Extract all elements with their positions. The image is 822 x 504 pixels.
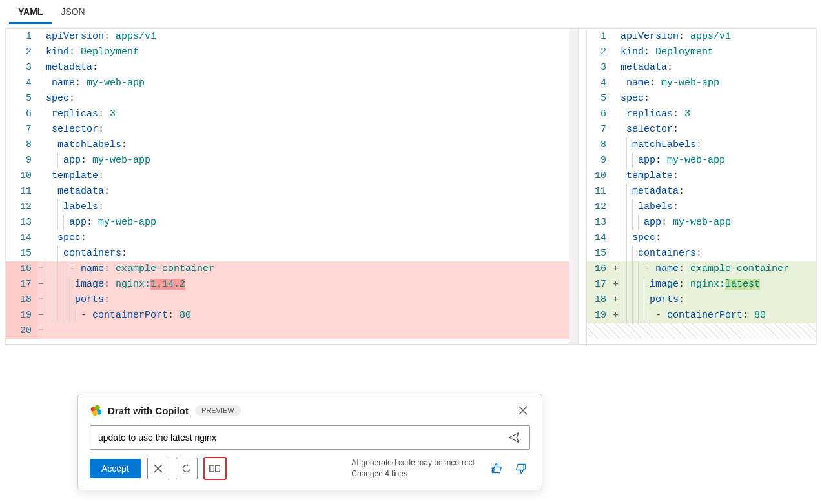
code-line[interactable]: 4name: my-web-app [587, 76, 816, 91]
ai-disclaimer: AI-generated code may be incorrect [351, 458, 475, 469]
code-content: replicas: 3 [52, 106, 116, 122]
diff-sign [613, 122, 621, 137]
copilot-prompt-input[interactable] [97, 432, 505, 443]
code-content: image: nginx:latest [650, 277, 760, 292]
code-line[interactable]: 6replicas: 3 [6, 106, 578, 122]
code-line[interactable]: 12labels: [587, 199, 816, 215]
code-line[interactable]: 13app: my-web-app [6, 215, 578, 230]
diff-sign [613, 106, 621, 122]
diff-sign [38, 76, 46, 91]
code-line[interactable]: 19+- containerPort: 80 [587, 308, 816, 323]
copilot-info: AI-generated code may be incorrect Chang… [351, 458, 475, 479]
code-line[interactable]: 3metadata: [587, 60, 816, 76]
diff-sign [613, 230, 621, 246]
tab-yaml[interactable]: YAML [9, 0, 52, 24]
preview-badge: PREVIEW [195, 405, 241, 416]
code-line[interactable]: 3metadata: [6, 60, 578, 76]
close-icon[interactable] [516, 403, 530, 418]
copilot-title: Draft with Copilot [108, 405, 189, 416]
code-line[interactable]: 16−- name: example-container [6, 261, 578, 277]
diff-sign [38, 91, 46, 106]
line-number: 13 [6, 215, 38, 230]
thumbs-down-icon[interactable] [512, 459, 530, 478]
diff-left-pane[interactable]: 1apiVersion: apps/v12kind: Deployment3me… [6, 29, 578, 344]
code-line[interactable]: 5spec: [6, 91, 578, 106]
line-number: 6 [587, 106, 613, 122]
diff-sign [38, 199, 46, 215]
diff-right-pane[interactable]: 1apiVersion: apps/v12kind: Deployment3me… [587, 29, 816, 344]
accept-button[interactable]: Accept [90, 459, 141, 478]
code-line[interactable]: 10template: [587, 168, 816, 184]
line-number: 10 [6, 168, 38, 184]
code-line[interactable]: 12labels: [6, 199, 578, 215]
line-number: 1 [6, 29, 38, 45]
code-line[interactable]: 17−image: nginx:1.14.2 [6, 277, 578, 292]
send-icon[interactable] [505, 428, 523, 447]
svg-rect-4 [210, 465, 214, 472]
code-line[interactable]: 1apiVersion: apps/v1 [6, 29, 578, 45]
code-line[interactable]: 1apiVersion: apps/v1 [587, 29, 816, 45]
line-number: 16 [6, 261, 38, 277]
code-content: app: my-web-app [63, 153, 150, 168]
code-line[interactable]: 9app: my-web-app [6, 153, 578, 168]
line-number: 2 [6, 45, 38, 60]
code-line[interactable]: 16+- name: example-container [587, 261, 816, 277]
line-number: 18 [587, 292, 613, 308]
tab-json[interactable]: JSON [52, 0, 94, 24]
code-line[interactable]: 14spec: [6, 230, 578, 246]
code-content: matchLabels: [632, 137, 702, 153]
line-number: 17 [587, 277, 613, 292]
code-content: labels: [638, 199, 679, 215]
line-number: 15 [6, 246, 38, 261]
code-line[interactable]: 11metadata: [587, 184, 816, 199]
diff-sign [38, 230, 46, 246]
line-number: 7 [6, 122, 38, 137]
diff-sign [613, 168, 621, 184]
code-line[interactable]: 2kind: Deployment [6, 45, 578, 60]
copilot-header: Draft with Copilot PREVIEW [90, 403, 530, 418]
diff-splitter[interactable] [578, 29, 587, 344]
svg-point-3 [92, 410, 98, 416]
line-number: 1 [587, 29, 613, 45]
line-number: 8 [6, 137, 38, 153]
code-line[interactable]: 9app: my-web-app [587, 153, 816, 168]
code-line[interactable]: 20− [6, 323, 578, 339]
code-line[interactable]: 6replicas: 3 [587, 106, 816, 122]
code-line[interactable]: 13app: my-web-app [587, 215, 816, 230]
code-line[interactable]: 4name: my-web-app [6, 76, 578, 91]
code-content: app: my-web-app [638, 153, 725, 168]
toggle-diff-view-button[interactable] [204, 458, 226, 479]
code-line[interactable]: 18+ports: [587, 292, 816, 308]
code-content: metadata: [632, 184, 684, 199]
code-line[interactable]: 11metadata: [6, 184, 578, 199]
code-content: ports: [650, 292, 684, 308]
code-line[interactable]: 17+image: nginx:latest [587, 277, 816, 292]
line-number: 6 [6, 106, 38, 122]
regenerate-button[interactable] [176, 458, 198, 479]
code-content: app: my-web-app [644, 215, 731, 230]
line-number: 19 [587, 308, 613, 323]
thumbs-up-icon[interactable] [488, 459, 506, 478]
code-line[interactable]: 8matchLabels: [6, 137, 578, 153]
code-line[interactable]: 5spec: [587, 91, 816, 106]
code-line[interactable]: 18−ports: [6, 292, 578, 308]
code-line[interactable]: 15containers: [6, 246, 578, 261]
code-line[interactable]: 8matchLabels: [587, 137, 816, 153]
diff-sign [38, 168, 46, 184]
code-line[interactable]: 19−- containerPort: 80 [6, 308, 578, 323]
code-content: matchLabels: [57, 137, 127, 153]
code-line[interactable]: 7selector: [6, 122, 578, 137]
discard-button[interactable] [147, 458, 169, 479]
code-content: metadata: [46, 60, 98, 76]
code-content: template: [626, 168, 679, 184]
code-line[interactable]: 14spec: [587, 230, 816, 246]
line-number: 4 [587, 76, 613, 91]
line-number: 8 [587, 137, 613, 153]
code-line[interactable]: 15containers: [587, 246, 816, 261]
copilot-input-row [90, 425, 530, 450]
code-content: apiVersion: apps/v1 [621, 29, 731, 45]
line-number: 13 [587, 215, 613, 230]
code-line[interactable]: 2kind: Deployment [587, 45, 816, 60]
code-line[interactable]: 7selector: [587, 122, 816, 137]
code-line[interactable]: 10template: [6, 168, 578, 184]
